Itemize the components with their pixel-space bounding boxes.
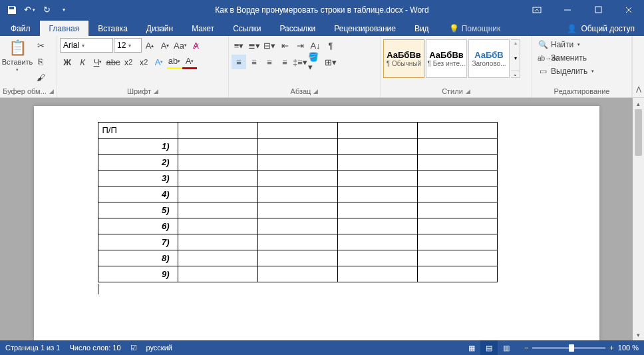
group-font-label: Шрифт [127,87,151,95]
page: П/П1)2)3)4)5)6)7)8)9) [34,106,599,340]
show-marks-button[interactable]: ¶ [323,38,338,53]
word-count[interactable]: Число слов: 10 [69,344,120,352]
subscript-button[interactable]: x2 [121,55,136,69]
align-left-button[interactable]: ≡ [232,55,246,69]
language-status[interactable]: русский [146,344,172,352]
strikethrough-button[interactable]: abc [106,55,120,69]
font-name-combo[interactable]: Arial▾ [60,38,113,53]
dialog-launcher-icon[interactable]: ◢ [49,88,54,95]
group-paragraph: ≡▾ ≣▾ ⊟▾ ⇤ ⇥ A↓ ¶ ≡ ≡ ≡ ≡ ‡≡▾ 🪣▾ ⊞▾ [229,36,381,97]
grow-font-button[interactable]: A▴ [142,38,157,53]
tab-mailings[interactable]: Рассылки [270,21,325,36]
tab-layout[interactable]: Макет [182,21,224,36]
replace-button[interactable]: ab→acЗаменить [535,51,597,65]
style-sample: АаБбВв [429,50,464,60]
maximize-button[interactable] [583,0,613,19]
numbering-button[interactable]: ≣▾ [247,38,261,53]
sort-button[interactable]: A↓ [308,38,323,53]
find-button[interactable]: 🔍Найти▾ [535,38,597,51]
svg-rect-2 [595,7,601,13]
web-layout-button[interactable]: ▥ [498,340,515,355]
superscript-button[interactable]: x2 [136,55,151,69]
line-spacing-button[interactable]: ‡≡▾ [293,55,307,69]
copy-button[interactable]: ⎘ [33,54,48,69]
undo-button[interactable]: ↶▾ [21,2,37,18]
paste-label: Вставить [2,58,33,66]
scroll-thumb[interactable] [635,109,642,156]
title-bar: ↶▾ ↻ ▾ Как в Ворде пронумеровать строки … [0,0,644,19]
page-canvas[interactable]: П/П1)2)3)4)5)6)7)8)9) [0,98,633,340]
zoom-out-button[interactable]: − [524,344,528,352]
style-heading1[interactable]: АаБбВ Заголово... [468,39,510,78]
dialog-launcher-icon[interactable]: ◢ [313,88,318,95]
close-button[interactable] [613,0,644,19]
bullets-button[interactable]: ≡▾ [232,38,246,53]
dialog-launcher-icon[interactable]: ◢ [154,88,158,95]
collapse-ribbon-button[interactable]: ᐱ [632,36,644,97]
underline-button[interactable]: Ч▾ [90,55,105,69]
qat-customize[interactable]: ▾ [56,2,72,18]
format-painter-button[interactable]: 🖌 [33,70,48,85]
zoom-value[interactable]: 100 % [618,344,639,352]
share-button[interactable]: 👤 Общий доступ [558,21,644,36]
page-status[interactable]: Страница 1 из 1 [5,344,60,352]
tab-file[interactable]: Файл [1,21,40,36]
quick-access-toolbar: ↶▾ ↻ ▾ [0,2,72,18]
paste-button[interactable]: 📋 Вставить ▾ [3,38,32,87]
shrink-font-button[interactable]: A▾ [158,38,172,53]
proofing-icon[interactable]: ☑ [130,344,137,352]
select-label: Выделить [551,67,587,76]
group-paragraph-label: Абзац [291,87,311,95]
document-table[interactable]: П/П1)2)3)4)5)6)7)8)9) [98,122,498,282]
ribbon-options-button[interactable] [522,0,552,19]
styles-more-button[interactable]: ⌄ [511,71,520,77]
minimize-button[interactable] [552,0,583,19]
save-button[interactable] [4,2,20,18]
styles-down-button[interactable]: ▾ [511,55,520,61]
tab-insert[interactable]: Вставка [88,21,137,36]
bold-button[interactable]: Ж [60,55,75,69]
align-center-button[interactable]: ≡ [247,55,261,69]
scroll-track[interactable] [633,109,644,329]
dialog-launcher-icon[interactable]: ◢ [466,88,470,95]
read-mode-button[interactable]: ▦ [463,340,480,355]
style-nospacing[interactable]: АаБбВв ¶ Без инте... [426,39,467,78]
decrease-indent-button[interactable]: ⇤ [277,38,292,53]
zoom-handle[interactable] [569,344,574,352]
text-effects-button[interactable]: A▾ [152,55,166,69]
scroll-up-button[interactable]: ▴ [633,98,644,109]
vertical-scrollbar[interactable]: ▴ ▾ [633,98,644,340]
scroll-down-button[interactable]: ▾ [633,329,644,340]
print-layout-button[interactable]: ▤ [480,340,498,355]
borders-button[interactable]: ⊞▾ [323,55,338,69]
tab-review[interactable]: Рецензирование [325,21,405,36]
change-case-button[interactable]: Aa▾ [173,38,188,53]
tab-view[interactable]: Вид [405,21,438,36]
multilevel-button[interactable]: ⊟▾ [262,38,277,53]
cut-button[interactable]: ✂ [33,38,48,53]
tab-design[interactable]: Дизайн [137,21,182,36]
font-name-value: Arial [63,41,79,50]
tab-home[interactable]: Главная [40,21,89,36]
clear-formatting-button[interactable]: A̷ [188,38,203,53]
italic-button[interactable]: К [75,55,90,69]
styles-up-button[interactable]: ▴ [511,40,520,46]
zoom-in-button[interactable]: + [609,344,613,352]
zoom-slider[interactable] [532,347,605,349]
increase-indent-button[interactable]: ⇥ [293,38,307,53]
text-cursor [98,284,98,294]
group-editing: 🔍Найти▾ ab→acЗаменить ▭Выделить▾ Редакти… [532,36,632,97]
style-normal[interactable]: АаБбВв ¶ Обычный [383,39,424,78]
font-size-combo[interactable]: 12▾ [114,38,142,53]
highlight-button[interactable]: ab▾ [167,55,182,69]
select-button[interactable]: ▭Выделить▾ [535,65,597,78]
document-area: П/П1)2)3)4)5)6)7)8)9) ▴ ▾ [0,98,644,340]
shading-button[interactable]: 🪣▾ [308,55,323,69]
tab-references[interactable]: Ссылки [224,21,270,36]
tell-me[interactable]: 💡 Помощник [444,21,506,36]
redo-button[interactable]: ↻ [39,2,55,18]
align-right-button[interactable]: ≡ [262,55,277,69]
window-title: Как в Ворде пронумеровать строки в табли… [215,5,429,15]
justify-button[interactable]: ≡ [277,55,292,69]
font-color-button[interactable]: A▾ [182,55,197,69]
